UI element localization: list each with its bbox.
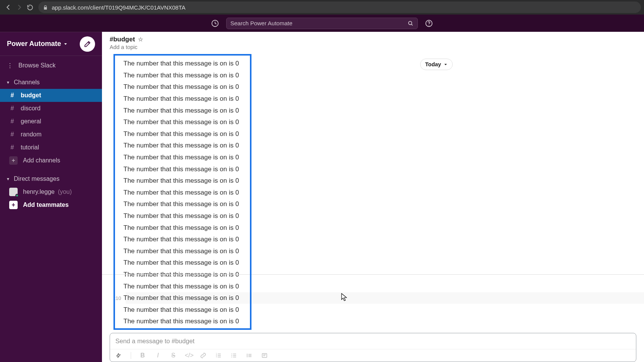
help-icon[interactable] [425,19,433,28]
svg-line-2 [411,24,412,25]
sidebar-channel-tutorial[interactable]: #tutorial [0,141,102,154]
channel-label: tutorial [21,144,39,151]
message-composer[interactable]: Send a message to #budget B I S </> 12 [110,333,636,362]
bold-icon[interactable]: B [139,352,146,359]
message-text: The number that this message is on is 0 [123,294,239,302]
browser-forward-button[interactable] [14,2,25,13]
message-text: The number that this message is on is 0 [123,318,239,325]
svg-point-14 [232,354,232,354]
browser-back-button[interactable] [3,2,14,13]
message-text: The number that this message is on is 0 [123,177,239,185]
message-row[interactable]: :10The number that this message is on is… [126,58,644,70]
message-list: :10The number that this message is on is… [126,58,644,328]
caret-down-icon: ▾ [7,80,9,85]
add-channels-button[interactable]: + Add channels [0,154,102,167]
channel-label: random [21,131,41,138]
message-text: The number that this message is on is 0 [123,247,239,255]
mouse-cursor-icon [341,293,347,301]
message-row[interactable]: :10The number that this message is on is… [126,257,644,269]
message-row[interactable]: :10The number that this message is on is… [126,81,644,93]
sidebar: Power Automate ⋮ Browse Slack ▾ Channels… [0,32,102,362]
message-row[interactable]: :10The number that this message is on is… [126,280,644,292]
composer-placeholder: Send a message to #budget [115,337,194,345]
message-row[interactable]: :10The number that this message is on is… [126,316,644,328]
sidebar-channel-random[interactable]: #random [0,128,102,141]
channel-label: budget [21,92,41,99]
message-row[interactable]: :10The number that this message is on is… [126,198,644,210]
search-placeholder-text: Search Power Automate [230,20,292,26]
star-icon[interactable]: ☆ [138,36,143,43]
slack-top-bar: Search Power Automate [0,15,644,32]
workspace-switcher[interactable]: Power Automate [7,40,68,48]
dm-section-toggle[interactable]: ▾ Direct messages [0,172,102,185]
message-row[interactable]: :10The number that this message is on is… [126,246,644,257]
compose-button[interactable] [80,36,95,52]
channel-label: discord [21,105,41,112]
history-icon[interactable] [211,19,219,28]
hash-icon: # [9,105,15,112]
message-row[interactable]: :10The number that this message is on is… [126,210,644,222]
shortcuts-icon[interactable] [115,352,123,359]
message-row[interactable]: :10The number that this message is on is… [126,304,644,316]
browse-slack-button[interactable]: ⋮ Browse Slack [0,59,102,72]
browser-address-bar[interactable]: app.slack.com/client/T019Q94MCJK/C01AVNX… [38,2,641,13]
bullet-list-icon[interactable] [231,352,238,359]
search-icon [407,20,414,26]
message-text: The number that this message is on is 0 [123,200,239,208]
message-row[interactable]: :10The number that this message is on is… [126,163,644,175]
browser-url-text: app.slack.com/client/T019Q94MCJK/C01AVNX… [52,4,186,11]
sidebar-channel-budget[interactable]: #budget [0,89,102,102]
italic-icon[interactable]: I [154,352,162,359]
blockquote-icon[interactable] [246,352,254,359]
dm-self[interactable]: henry.legge (you) [0,185,102,198]
svg-point-16 [232,357,232,357]
message-row[interactable]: :10The number that this message is on is… [126,116,644,128]
add-teammates-label: Add teammates [23,201,69,208]
message-row[interactable]: :10The number that this message is on is… [126,93,644,105]
channels-section-toggle[interactable]: ▾ Channels [0,76,102,89]
ordered-list-icon[interactable]: 123 [215,352,223,359]
channel-topic-placeholder: Add a topic [110,44,138,50]
message-text: The number that this message is on is 0 [123,107,239,115]
message-row[interactable]: :10The number that this message is on is… [126,222,644,234]
composer-input[interactable]: Send a message to #budget [110,333,636,349]
message-text: The number that this message is on is 0 [123,224,239,232]
message-row[interactable]: :10The number that this message is on is… [126,105,644,116]
date-pill[interactable]: Today [420,59,453,70]
avatar [9,188,18,196]
svg-text:3: 3 [216,356,217,358]
browser-reload-button[interactable] [25,2,35,13]
link-icon[interactable] [200,352,208,359]
hash-icon: # [9,118,15,125]
message-text: The number that this message is on is 0 [123,83,239,91]
code-icon[interactable]: </> [185,352,192,359]
message-text: The number that this message is on is 0 [123,189,239,197]
message-text: The number that this message is on is 0 [123,95,239,103]
message-row[interactable]: :10The number that this message is on is… [126,152,644,164]
workspace-name: Power Automate [7,40,61,48]
channel-header: #budget ☆ Add a topic [102,32,644,52]
message-row[interactable]: :10The number that this message is on is… [126,70,644,82]
message-row[interactable]: :10The number that this message is on is… [126,128,644,140]
message-text: The number that this message is on is 0 [123,130,239,138]
message-row[interactable]: :10The number that this message is on is… [126,140,644,152]
chevron-down-icon [63,42,68,46]
channel-view: #budget ☆ Add a topic Today :10The numbe… [102,32,644,362]
strike-icon[interactable]: S [169,352,177,359]
channel-title[interactable]: #budget [110,36,135,43]
message-row[interactable]: :10The number that this message is on is… [126,175,644,187]
add-teammates-button[interactable]: + Add teammates [0,198,102,211]
message-text: The number that this message is on is 0 [123,72,239,79]
message-row[interactable]: :10The number that this message is on is… [126,187,644,199]
message-row[interactable]: :10The number that this message is on is… [126,292,644,304]
sidebar-channel-general[interactable]: #general [0,115,102,128]
search-input[interactable]: Search Power Automate [226,18,418,29]
message-row[interactable]: :10The number that this message is on is… [126,234,644,246]
caret-down-icon: ▾ [7,176,9,182]
codeblock-icon[interactable] [261,352,269,359]
sidebar-channel-discord[interactable]: #discord [0,102,102,115]
message-text: The number that this message is on is 0 [123,142,239,149]
message-text: The number that this message is on is 0 [123,212,239,220]
channel-topic-button[interactable]: Add a topic [110,44,636,50]
dm-self-name: henry.legge [23,188,54,195]
